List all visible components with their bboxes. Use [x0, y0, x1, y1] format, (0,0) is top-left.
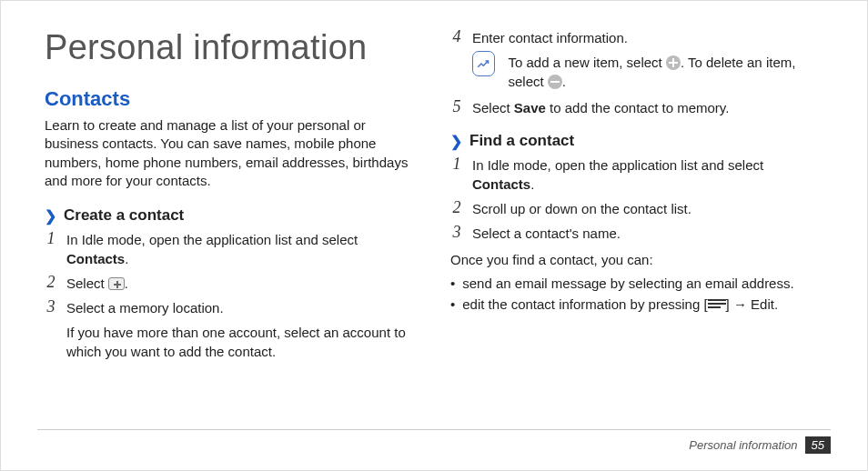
- page-footer: Personal information 55: [689, 436, 831, 454]
- create-step-3-note: If you have more than one account, selec…: [66, 323, 418, 361]
- footer-label: Personal information: [689, 438, 797, 452]
- step-text: Select .: [66, 274, 418, 293]
- add-button-icon: [108, 277, 125, 290]
- create-step-3: 3 Select a memory location.: [45, 298, 418, 317]
- subsection-create: ❯ Create a contact: [45, 206, 418, 225]
- page-number: 55: [805, 436, 831, 454]
- step-text: In Idle mode, open the application list …: [66, 230, 418, 268]
- create-step-1: 1 In Idle mode, open the application lis…: [45, 230, 418, 268]
- menu-key-icon: [708, 299, 726, 310]
- create-step-2: 2 Select .: [45, 274, 418, 293]
- left-column: Personal information Contacts Learn to c…: [45, 28, 418, 366]
- create-steps-continued: 4 Enter contact information.: [450, 28, 823, 47]
- note-text: To add a new item, select . To delete an…: [508, 53, 823, 91]
- step-number: 4: [450, 28, 463, 47]
- step-number: 3: [450, 224, 463, 243]
- find-bullets: send an email message by selecting an em…: [450, 273, 823, 316]
- subsection-find: ❯ Find a contact: [450, 132, 823, 150]
- page-title: Personal information: [45, 28, 418, 67]
- contacts-intro: Learn to create and manage a list of you…: [45, 116, 418, 190]
- find-step-1: 1 In Idle mode, open the application lis…: [450, 155, 823, 194]
- find-step-2: 2 Scroll up or down on the contact list.: [450, 199, 823, 218]
- step-number: 1: [450, 155, 463, 194]
- note-row: To add a new item, select . To delete an…: [472, 53, 823, 91]
- right-column: 4 Enter contact information. To add a ne…: [450, 28, 823, 366]
- step-text: Select a memory location.: [66, 298, 418, 317]
- chevron-right-icon: ❯: [450, 133, 462, 150]
- bullet-edit: edit the contact information by pressing…: [450, 294, 823, 315]
- find-heading: Find a contact: [469, 132, 574, 150]
- step-text: Scroll up or down on the contact list.: [472, 199, 823, 218]
- step-number: 3: [45, 298, 57, 317]
- find-steps: 1 In Idle mode, open the application lis…: [450, 155, 823, 243]
- step-number: 2: [450, 199, 463, 218]
- find-after-text: Once you find a contact, you can:: [450, 250, 823, 269]
- create-step-4: 4 Enter contact information.: [450, 28, 823, 47]
- bullet-email: send an email message by selecting an em…: [450, 273, 823, 294]
- step-text: Enter contact information.: [472, 28, 823, 47]
- page-content: Personal information Contacts Learn to c…: [1, 1, 867, 385]
- step-number: 1: [45, 230, 57, 268]
- create-heading: Create a contact: [64, 206, 184, 225]
- footer-rule: [37, 429, 831, 430]
- step-text: In Idle mode, open the application list …: [472, 155, 823, 194]
- section-contacts-heading: Contacts: [45, 87, 418, 111]
- chevron-right-icon: ❯: [45, 207, 56, 225]
- step-text: Select a contact's name.: [472, 224, 823, 243]
- step-text: Select Save to add the contact to memory…: [472, 98, 823, 117]
- create-steps-continued-2: 5 Select Save to add the contact to memo…: [450, 98, 823, 117]
- step-number: 2: [45, 274, 57, 293]
- step-number: 5: [450, 98, 463, 117]
- add-item-icon: [666, 55, 681, 70]
- note-icon: [472, 51, 495, 76]
- delete-item-icon: [548, 75, 562, 89]
- create-step-5: 5 Select Save to add the contact to memo…: [450, 98, 823, 117]
- find-step-3: 3 Select a contact's name.: [450, 224, 823, 243]
- create-steps: 1 In Idle mode, open the application lis…: [45, 230, 418, 317]
